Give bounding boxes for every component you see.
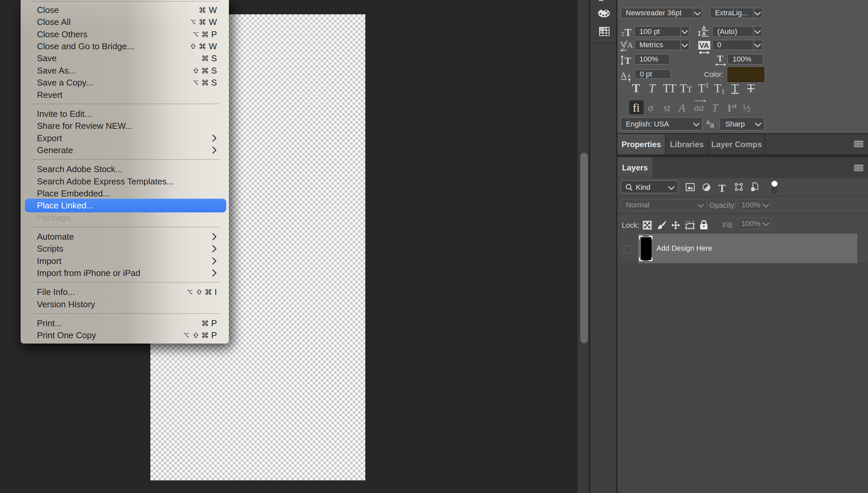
svg-text:VA: VA [699, 41, 709, 49]
svg-text:a: a [627, 71, 630, 79]
svg-text:T: T [717, 54, 723, 64]
svg-text:A: A [621, 70, 627, 80]
svg-text:A: A [702, 31, 706, 37]
svg-text:aa: aa [694, 102, 704, 113]
svg-text:a: a [706, 119, 710, 126]
svg-text:T: T [624, 55, 631, 66]
svg-text:a: a [710, 121, 714, 129]
svg-text:A: A [627, 41, 633, 49]
svg-text:A: A [702, 25, 706, 31]
